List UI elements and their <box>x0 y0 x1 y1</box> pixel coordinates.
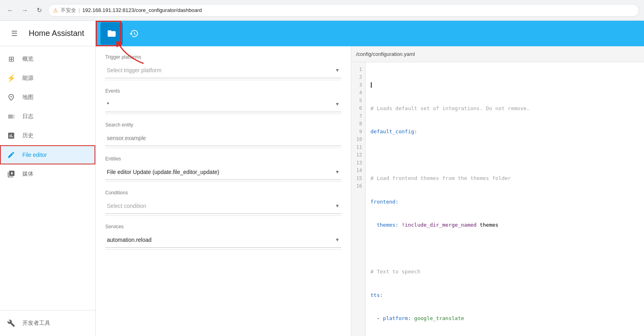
dev-tools-icon <box>6 319 16 327</box>
services-dropdown[interactable]: automation.reload ▼ <box>105 232 341 248</box>
sidebar-item-label: 日志 <box>22 113 33 120</box>
energy-icon: ⚡ <box>6 74 16 83</box>
events-arrow-icon: ▼ <box>335 101 340 107</box>
events-group: Events * ▼ <box>105 88 341 114</box>
trigger-platforms-label: Trigger platforms <box>105 54 341 60</box>
events-value: * <box>107 101 109 107</box>
sidebar-item-label: File editor <box>22 152 47 158</box>
entities-value: File editor Update (update.file_editor_u… <box>107 169 219 175</box>
code-line-11: - platform: google_translate <box>370 314 639 322</box>
history-button[interactable] <box>124 24 144 43</box>
url-text: 192.168.191.132:8123/core_configurator/d… <box>82 7 202 13</box>
trigger-platform-value: Select trigger platform <box>107 67 161 73</box>
security-warning-icon: ⚠ <box>53 7 58 14</box>
sidebar-footer: 开发者工具 <box>0 310 95 336</box>
code-content[interactable]: # Loads default set of integrations. Do … <box>366 62 644 336</box>
entities-dropdown[interactable]: File editor Update (update.file_editor_u… <box>105 164 341 180</box>
file-path: /config/configuration.yaml <box>356 51 415 57</box>
logs-icon <box>6 113 16 121</box>
trigger-platforms-group: Trigger platforms Select trigger platfor… <box>105 54 341 80</box>
entities-label: Entities <box>105 156 341 162</box>
editor-body[interactable]: 1 2 3 4 5 6 7 8 9 10 11 12 13 14 <box>351 62 644 336</box>
sidebar-item-map[interactable]: 地图 <box>0 88 95 107</box>
entities-group: Entities File editor Update (update.file… <box>105 156 341 182</box>
code-line-4 <box>370 151 639 159</box>
back-button[interactable]: ← <box>5 5 16 16</box>
sidebar: ☰ Home Assistant ⊞ 概览 ⚡ 能源 地图 <box>0 21 96 336</box>
sidebar-header: ☰ Home Assistant <box>0 21 95 46</box>
forward-button[interactable]: → <box>19 5 30 16</box>
services-arrow-icon: ▼ <box>335 237 340 243</box>
events-label: Events <box>105 88 341 94</box>
history-icon <box>6 132 16 140</box>
main-content: Trigger platforms Select trigger platfor… <box>96 21 644 336</box>
events-dropdown[interactable]: * ▼ <box>105 96 341 112</box>
conditions-arrow-icon: ▼ <box>335 203 340 209</box>
sidebar-item-file-editor[interactable]: File editor <box>0 145 95 164</box>
sidebar-nav: ⊞ 概览 ⚡ 能源 地图 日志 <box>0 46 95 310</box>
editor-header: /config/configuration.yaml <box>351 46 644 62</box>
file-editor-icon <box>6 151 16 159</box>
sidebar-item-label: 地图 <box>22 94 33 101</box>
sidebar-item-energy[interactable]: ⚡ 能源 <box>0 69 95 88</box>
line-numbers: 1 2 3 4 5 6 7 8 9 10 11 12 13 14 <box>351 62 366 336</box>
code-line-10: tts: <box>370 291 639 299</box>
divider <box>105 182 341 182</box>
divider <box>105 249 341 250</box>
app-layout: ☰ Home Assistant ⊞ 概览 ⚡ 能源 地图 <box>0 21 644 336</box>
conditions-value: Select condition <box>107 203 146 209</box>
divider <box>105 80 341 80</box>
sidebar-item-logs[interactable]: 日志 <box>0 107 95 126</box>
sidebar-item-overview[interactable]: ⊞ 概览 <box>0 49 95 69</box>
app-title: Home Assistant <box>29 29 84 38</box>
divider <box>105 148 341 148</box>
services-label: Services <box>105 224 341 229</box>
browser-bar: ← → ↻ ⚠ 不安全 | 192.168.191.132:8123/core_… <box>0 0 644 21</box>
address-bar[interactable]: ⚠ 不安全 | 192.168.191.132:8123/core_config… <box>48 4 639 17</box>
map-icon <box>6 93 16 101</box>
code-line-3: default_config: <box>370 128 639 136</box>
sidebar-item-label: 媒体 <box>22 170 33 178</box>
folder-button[interactable] <box>100 22 123 45</box>
code-line-9: # Text to speech <box>370 268 639 276</box>
media-icon <box>6 170 16 178</box>
toolbar <box>96 21 644 46</box>
search-entity-group: Search entity <box>105 122 341 148</box>
code-line-6: frontend: <box>370 198 639 206</box>
services-group: Services automation.reload ▼ <box>105 224 341 250</box>
content-split: Trigger platforms Select trigger platfor… <box>96 46 644 336</box>
entities-arrow-icon: ▼ <box>335 169 340 175</box>
code-line-5: # Load frontend themes from the themes f… <box>370 174 639 182</box>
sidebar-item-label: 能源 <box>22 75 33 82</box>
code-line-2: # Loads default set of integrations. Do … <box>370 105 639 113</box>
services-value: automation.reload <box>107 237 152 243</box>
trigger-platform-dropdown[interactable]: Select trigger platform ▼ <box>105 62 341 78</box>
sidebar-item-label: 开发者工具 <box>22 320 50 327</box>
overview-icon: ⊞ <box>6 55 16 63</box>
divider <box>105 114 341 114</box>
code-line-7: themes: !include_dir_merge_named themes <box>370 221 639 229</box>
search-entity-input[interactable] <box>105 130 341 146</box>
sidebar-item-label: 历史 <box>22 132 33 139</box>
code-line-1 <box>370 81 639 89</box>
sidebar-item-label: 概览 <box>22 55 33 63</box>
code-line-8 <box>370 245 639 253</box>
divider <box>105 215 341 216</box>
hamburger-button[interactable]: ☰ <box>6 26 22 42</box>
refresh-button[interactable]: ↻ <box>33 5 45 16</box>
conditions-label: Conditions <box>105 190 341 196</box>
sidebar-item-dev-tools[interactable]: 开发者工具 <box>0 314 95 333</box>
sidebar-item-history[interactable]: 历史 <box>0 126 95 145</box>
sidebar-item-media[interactable]: 媒体 <box>0 164 95 184</box>
conditions-group: Conditions Select condition ▼ <box>105 190 341 216</box>
right-panel: /config/configuration.yaml 1 2 3 4 5 6 7… <box>351 46 644 336</box>
search-entity-label: Search entity <box>105 122 341 128</box>
trigger-platform-arrow-icon: ▼ <box>335 67 340 73</box>
left-panel: Trigger platforms Select trigger platfor… <box>96 46 351 336</box>
conditions-dropdown[interactable]: Select condition ▼ <box>105 198 341 214</box>
security-text: 不安全 <box>61 7 76 14</box>
